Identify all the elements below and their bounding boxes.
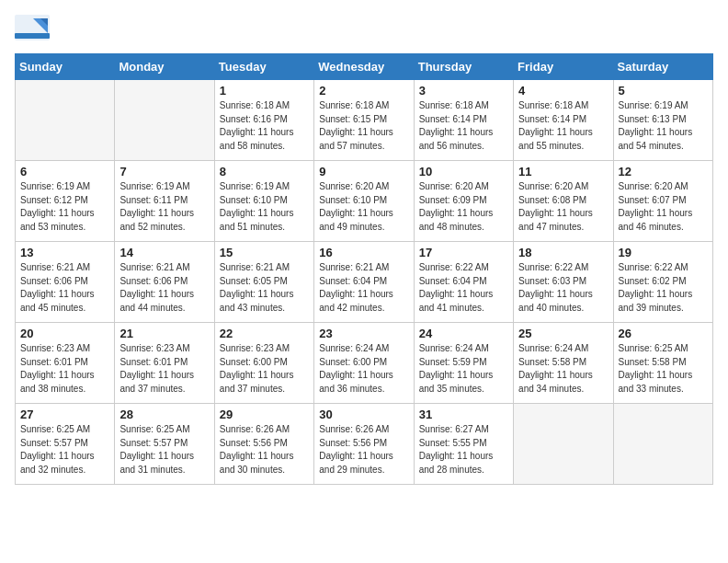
calendar-cell: 9Sunrise: 6:20 AMSunset: 6:10 PMDaylight… xyxy=(314,161,414,242)
day-number: 14 xyxy=(119,246,209,259)
day-info: Sunrise: 6:20 AMSunset: 6:08 PMDaylight:… xyxy=(518,180,608,234)
col-header-monday: Monday xyxy=(115,54,214,80)
calendar-cell: 23Sunrise: 6:24 AMSunset: 6:00 PMDayligh… xyxy=(314,323,414,404)
calendar-cell: 27Sunrise: 6:25 AMSunset: 5:57 PMDayligh… xyxy=(16,404,115,485)
calendar-cell: 25Sunrise: 6:24 AMSunset: 5:58 PMDayligh… xyxy=(514,323,613,404)
calendar-week-3: 13Sunrise: 6:21 AMSunset: 6:06 PMDayligh… xyxy=(16,242,713,323)
calendar-week-4: 20Sunrise: 6:23 AMSunset: 6:01 PMDayligh… xyxy=(16,323,713,404)
day-info: Sunrise: 6:19 AMSunset: 6:12 PMDaylight:… xyxy=(20,180,109,234)
day-number: 22 xyxy=(220,327,309,340)
day-number: 5 xyxy=(619,84,708,98)
day-number: 23 xyxy=(319,327,408,340)
calendar-cell: 19Sunrise: 6:22 AMSunset: 6:02 PMDayligh… xyxy=(613,242,712,323)
col-header-friday: Friday xyxy=(514,54,613,80)
day-info: Sunrise: 6:18 AMSunset: 6:15 PMDaylight:… xyxy=(319,99,408,153)
calendar-cell xyxy=(115,80,214,161)
calendar-cell: 28Sunrise: 6:25 AMSunset: 5:57 PMDayligh… xyxy=(115,404,214,485)
calendar-cell: 2Sunrise: 6:18 AMSunset: 6:15 PMDaylight… xyxy=(314,80,414,161)
day-number: 20 xyxy=(20,327,109,340)
day-number: 16 xyxy=(319,246,408,259)
svg-rect-3 xyxy=(15,33,50,39)
day-info: Sunrise: 6:25 AMSunset: 5:57 PMDaylight:… xyxy=(20,423,109,477)
calendar-cell: 22Sunrise: 6:23 AMSunset: 6:00 PMDayligh… xyxy=(214,323,313,404)
day-number: 12 xyxy=(619,165,708,178)
day-number: 4 xyxy=(518,84,608,98)
day-number: 13 xyxy=(20,246,109,259)
calendar-week-1: 1Sunrise: 6:18 AMSunset: 6:16 PMDaylight… xyxy=(16,80,713,161)
day-number: 3 xyxy=(419,84,508,98)
day-number: 11 xyxy=(518,165,608,178)
day-info: Sunrise: 6:21 AMSunset: 6:04 PMDaylight:… xyxy=(319,261,408,315)
day-info: Sunrise: 6:18 AMSunset: 6:14 PMDaylight:… xyxy=(419,99,508,153)
day-number: 2 xyxy=(319,84,408,98)
day-number: 31 xyxy=(419,408,508,421)
calendar-cell: 17Sunrise: 6:22 AMSunset: 6:04 PMDayligh… xyxy=(414,242,513,323)
day-info: Sunrise: 6:23 AMSunset: 6:00 PMDaylight:… xyxy=(220,342,309,396)
day-number: 7 xyxy=(119,165,209,178)
col-header-thursday: Thursday xyxy=(414,54,513,80)
day-info: Sunrise: 6:24 AMSunset: 5:59 PMDaylight:… xyxy=(419,342,508,396)
day-info: Sunrise: 6:21 AMSunset: 6:06 PMDaylight:… xyxy=(20,261,109,315)
logo xyxy=(15,15,55,44)
day-number: 19 xyxy=(619,246,708,259)
col-header-wednesday: Wednesday xyxy=(314,54,414,80)
day-number: 29 xyxy=(220,408,309,421)
calendar-cell: 18Sunrise: 6:22 AMSunset: 6:03 PMDayligh… xyxy=(514,242,613,323)
day-number: 21 xyxy=(119,327,209,340)
calendar-cell: 16Sunrise: 6:21 AMSunset: 6:04 PMDayligh… xyxy=(314,242,414,323)
calendar-cell: 14Sunrise: 6:21 AMSunset: 6:06 PMDayligh… xyxy=(115,242,214,323)
calendar-cell: 12Sunrise: 6:20 AMSunset: 6:07 PMDayligh… xyxy=(613,161,712,242)
day-info: Sunrise: 6:20 AMSunset: 6:07 PMDaylight:… xyxy=(619,180,708,234)
day-info: Sunrise: 6:21 AMSunset: 6:05 PMDaylight:… xyxy=(220,261,309,315)
logo-icon xyxy=(15,15,51,44)
day-info: Sunrise: 6:25 AMSunset: 5:58 PMDaylight:… xyxy=(619,342,708,396)
day-info: Sunrise: 6:21 AMSunset: 6:06 PMDaylight:… xyxy=(119,261,209,315)
day-number: 15 xyxy=(220,246,309,259)
calendar-cell: 13Sunrise: 6:21 AMSunset: 6:06 PMDayligh… xyxy=(16,242,115,323)
calendar-cell: 26Sunrise: 6:25 AMSunset: 5:58 PMDayligh… xyxy=(613,323,712,404)
day-number: 24 xyxy=(419,327,508,340)
calendar-cell: 15Sunrise: 6:21 AMSunset: 6:05 PMDayligh… xyxy=(214,242,313,323)
calendar-cell xyxy=(16,80,115,161)
day-info: Sunrise: 6:27 AMSunset: 5:55 PMDaylight:… xyxy=(419,423,508,477)
day-info: Sunrise: 6:23 AMSunset: 6:01 PMDaylight:… xyxy=(20,342,109,396)
day-number: 26 xyxy=(619,327,708,340)
calendar-cell: 5Sunrise: 6:19 AMSunset: 6:13 PMDaylight… xyxy=(613,80,712,161)
calendar-week-2: 6Sunrise: 6:19 AMSunset: 6:12 PMDaylight… xyxy=(16,161,713,242)
calendar-cell: 30Sunrise: 6:26 AMSunset: 5:56 PMDayligh… xyxy=(314,404,414,485)
day-number: 6 xyxy=(20,165,109,178)
col-header-tuesday: Tuesday xyxy=(214,54,313,80)
calendar-table: SundayMondayTuesdayWednesdayThursdayFrid… xyxy=(15,53,713,485)
day-number: 18 xyxy=(518,246,608,259)
day-number: 10 xyxy=(419,165,508,178)
day-info: Sunrise: 6:20 AMSunset: 6:10 PMDaylight:… xyxy=(319,180,408,234)
page-header xyxy=(15,15,713,44)
day-number: 30 xyxy=(319,408,408,421)
day-info: Sunrise: 6:20 AMSunset: 6:09 PMDaylight:… xyxy=(419,180,508,234)
day-info: Sunrise: 6:26 AMSunset: 5:56 PMDaylight:… xyxy=(319,423,408,477)
day-number: 28 xyxy=(119,408,209,421)
calendar-cell: 1Sunrise: 6:18 AMSunset: 6:16 PMDaylight… xyxy=(214,80,313,161)
calendar-cell: 7Sunrise: 6:19 AMSunset: 6:11 PMDaylight… xyxy=(115,161,214,242)
day-info: Sunrise: 6:26 AMSunset: 5:56 PMDaylight:… xyxy=(220,423,309,477)
calendar-cell: 4Sunrise: 6:18 AMSunset: 6:14 PMDaylight… xyxy=(514,80,613,161)
day-info: Sunrise: 6:19 AMSunset: 6:11 PMDaylight:… xyxy=(119,180,209,234)
calendar-cell: 20Sunrise: 6:23 AMSunset: 6:01 PMDayligh… xyxy=(16,323,115,404)
day-number: 8 xyxy=(220,165,309,178)
calendar-cell: 11Sunrise: 6:20 AMSunset: 6:08 PMDayligh… xyxy=(514,161,613,242)
calendar-cell: 10Sunrise: 6:20 AMSunset: 6:09 PMDayligh… xyxy=(414,161,513,242)
calendar-cell: 24Sunrise: 6:24 AMSunset: 5:59 PMDayligh… xyxy=(414,323,513,404)
calendar-cell xyxy=(514,404,613,485)
col-header-sunday: Sunday xyxy=(16,54,115,80)
day-info: Sunrise: 6:19 AMSunset: 6:10 PMDaylight:… xyxy=(220,180,309,234)
calendar-cell: 29Sunrise: 6:26 AMSunset: 5:56 PMDayligh… xyxy=(214,404,313,485)
day-info: Sunrise: 6:24 AMSunset: 5:58 PMDaylight:… xyxy=(518,342,608,396)
day-info: Sunrise: 6:24 AMSunset: 6:00 PMDaylight:… xyxy=(319,342,408,396)
day-info: Sunrise: 6:19 AMSunset: 6:13 PMDaylight:… xyxy=(619,99,708,153)
day-number: 1 xyxy=(220,84,309,98)
calendar-week-5: 27Sunrise: 6:25 AMSunset: 5:57 PMDayligh… xyxy=(16,404,713,485)
day-info: Sunrise: 6:22 AMSunset: 6:03 PMDaylight:… xyxy=(518,261,608,315)
calendar-cell: 31Sunrise: 6:27 AMSunset: 5:55 PMDayligh… xyxy=(414,404,513,485)
day-info: Sunrise: 6:18 AMSunset: 6:14 PMDaylight:… xyxy=(518,99,608,153)
calendar-cell xyxy=(613,404,712,485)
